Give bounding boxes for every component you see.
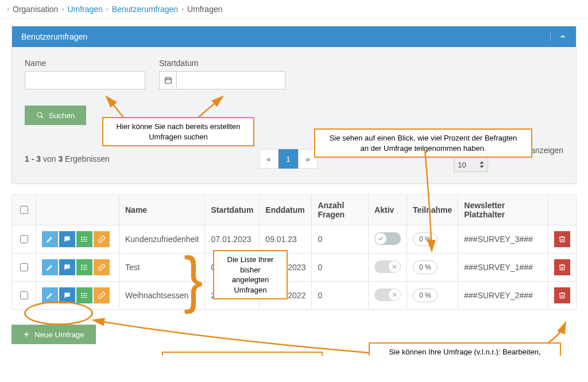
participation-pill: 0 % [413,289,438,302]
page-prev[interactable]: « [259,149,278,169]
startdate-filter-field: Startdatum [159,59,285,89]
svg-point-27 [82,297,82,298]
search-button-label: Suchen [49,111,75,120]
panel-header: Benutzerumfragen [12,26,576,47]
startdate-input[interactable] [176,71,285,89]
startdate-filter-label: Startdatum [159,59,285,68]
search-icon [36,111,44,119]
filter-panel: Benutzerumfragen Name Startdatum [11,26,577,184]
stepper-icon [479,161,484,168]
panel-title: Benutzerumfragen [21,32,87,41]
cell-participation: 0 % [407,254,458,282]
delete-button[interactable] [554,259,570,275]
chevron-right-icon: › [7,5,9,13]
active-toggle[interactable] [374,260,401,273]
report-button[interactable] [76,287,92,303]
col-count: Anzahl Fragen [312,195,369,225]
svg-point-17 [82,265,82,266]
col-name: Name [119,195,205,225]
svg-marker-6 [480,161,485,164]
col-start: Startdatum [205,195,260,225]
participation-pill: 0 % [413,260,438,274]
breadcrumb-umfragen[interactable]: Umfragen [67,5,102,14]
svg-line-5 [41,116,44,119]
svg-rect-0 [165,78,171,83]
col-active: Aktiv [369,195,407,225]
table-row: Kundenzufriedenheit 07.01.2023 09.01.23 … [12,225,577,254]
new-survey-button[interactable]: Neue Umfrage [11,325,96,344]
svg-marker-7 [480,166,485,169]
name-filter-field: Name [25,59,145,89]
svg-point-13 [82,241,82,241]
results-count: 1 - 3 von 3 Ergebnissen [25,154,110,163]
cell-active [369,225,407,254]
cell-start: 07.01.2023 [205,225,260,254]
cell-end: 09.01.23 [260,225,312,254]
annotation-search: Hier könne Sie nach bereits erstellten U… [102,117,254,146]
svg-point-26 [82,295,82,295]
svg-point-11 [82,237,82,237]
table-row: Test 01.01.2023 05.01.2023 0 0 % ###SURV… [12,254,577,282]
svg-point-25 [82,293,82,294]
surveys-table: Name Startdatum Enddatum Anzahl Fragen A… [11,194,577,310]
col-participation: Teilnahme [407,195,458,225]
row-checkbox[interactable] [20,235,28,243]
delete-button[interactable] [554,231,570,247]
edit-button[interactable] [42,231,58,247]
breadcrumb-root: Organisation [13,5,58,14]
cell-participation: 0 % [407,225,458,254]
pagination: « 1 » [259,149,318,169]
brace-icon: } [184,247,203,310]
annotation-rowactions: Sie können Ihre Umfrage (v.l.n.r.): Bear… [369,342,561,356]
participation-pill: 0 % [413,232,438,246]
new-survey-label: Neue Umfrage [34,330,84,339]
cell-active [369,254,407,282]
select-all-checkbox[interactable] [20,206,28,214]
svg-point-4 [37,112,42,117]
ellipse-annotation [24,301,93,325]
name-input[interactable] [25,71,145,89]
svg-point-18 [82,267,82,267]
cell-count: 0 [312,254,369,282]
breadcrumb-leaf: Umfragen [187,5,222,14]
link-button[interactable] [94,259,110,275]
report-button[interactable] [76,259,92,275]
active-toggle[interactable] [374,289,401,301]
row-checkbox[interactable] [20,291,28,299]
cell-placeholder: ###SURVEY_1### [458,254,548,282]
breadcrumb-benutzerumfragen[interactable]: Benutzerumfragen [112,5,178,14]
annotation-percent: Sie sehen auf einen Blick, wie viel Proz… [314,128,532,158]
report-button[interactable] [76,231,92,247]
row-checkbox[interactable] [20,263,28,271]
col-end: Enddatum [260,195,312,225]
link-button[interactable] [94,231,110,247]
edit-button[interactable] [42,259,58,275]
view-button[interactable] [59,231,75,247]
delete-button[interactable] [554,287,570,303]
breadcrumb: › Organisation › Umfragen › Benutzerumfr… [0,0,588,19]
chevron-right-icon: › [61,5,64,13]
svg-point-12 [82,239,82,239]
annotation-new: Über diesen Button können Sie eine neue … [162,352,323,356]
active-toggle[interactable] [374,232,401,245]
cell-participation: 0 % [407,282,458,310]
annotation-list: Die Liste Ihrer bisher angelegten Umfrag… [213,250,288,299]
view-button[interactable] [59,259,75,275]
link-button[interactable] [94,287,110,303]
cell-active [369,282,407,310]
page-1[interactable]: 1 [278,149,298,169]
table-row: Weihnachtsessen 20.12.2022 23.12.2022 0 … [12,282,577,310]
name-filter-label: Name [25,59,145,68]
cell-count: 0 [312,225,369,254]
svg-point-19 [82,269,82,270]
plus-icon [23,331,30,338]
search-button[interactable]: Suchen [25,106,86,125]
calendar-icon[interactable] [159,71,176,89]
col-placeholder: Newsletter Platzhalter [458,195,548,225]
chevron-up-icon [559,33,567,41]
page-size-select[interactable]: 10 [454,157,488,172]
chevron-right-icon: › [106,5,109,13]
collapse-button[interactable] [550,33,567,41]
chevron-right-icon: › [181,5,184,13]
cell-placeholder: ###SURVEY_2### [458,282,548,310]
